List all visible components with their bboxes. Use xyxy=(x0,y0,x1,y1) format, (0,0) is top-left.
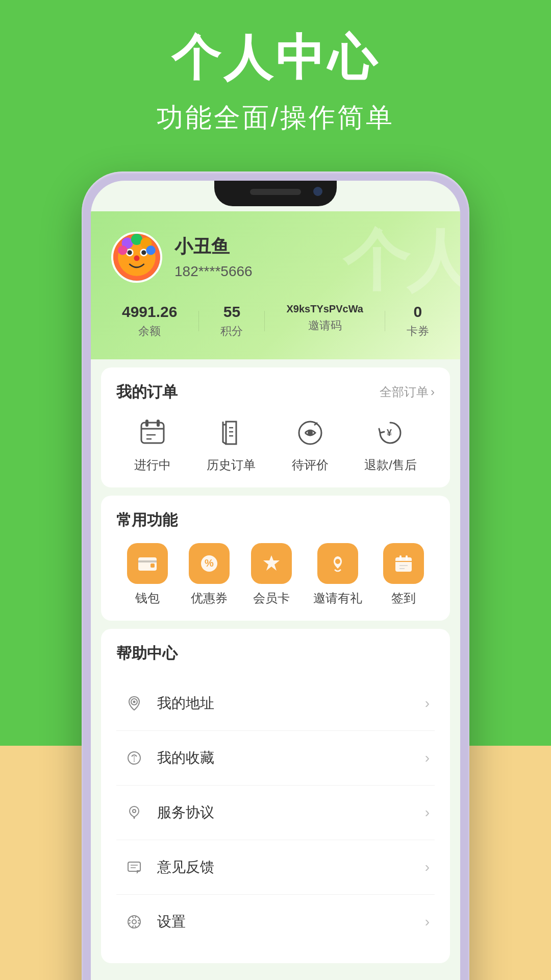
profile-name: 小丑鱼 xyxy=(174,234,253,259)
orders-title: 我的订单 xyxy=(116,382,178,403)
phone-notch xyxy=(214,181,337,206)
footer-info: 微掌云外卖平台管理系统 v1.20.5 技术支持：优越科技 xyxy=(91,971,460,980)
profile-info: 小丑鱼 182****5666 xyxy=(174,234,253,280)
avatar-image xyxy=(113,234,160,281)
func-wallet-label: 钱包 xyxy=(135,590,160,606)
stat-divider-2 xyxy=(264,311,265,331)
order-inprogress-icon xyxy=(135,415,170,451)
svg-point-11 xyxy=(146,246,155,255)
stat-points[interactable]: 55 积分 xyxy=(220,303,243,339)
signin-icon xyxy=(383,543,424,584)
svg-rect-41 xyxy=(128,862,140,871)
svg-point-44 xyxy=(128,916,140,928)
phone-mockup: 个人 xyxy=(82,172,469,980)
wallet-icon xyxy=(127,543,168,584)
order-review-icon xyxy=(292,415,328,451)
stat-invite-code[interactable]: X9ksTYsPVcWa 邀请码 xyxy=(286,303,363,339)
svg-rect-25 xyxy=(138,560,157,562)
notch-speaker xyxy=(250,189,301,195)
membercard-icon xyxy=(251,543,292,584)
order-item-refund[interactable]: ¥ 退款/售后 xyxy=(364,415,417,473)
stat-balance-label: 余额 xyxy=(138,324,161,339)
func-item-signin[interactable]: 签到 xyxy=(383,543,424,606)
func-coupon-label: 优惠券 xyxy=(191,590,228,606)
svg-point-22 xyxy=(308,430,313,435)
notch-camera xyxy=(313,187,322,196)
svg-point-29 xyxy=(335,559,340,564)
svg-point-38 xyxy=(128,752,140,764)
help-item-service[interactable]: 服务协议 › xyxy=(116,786,435,840)
functions-section: 常用功能 钱包 xyxy=(101,496,450,621)
page-header: 个人中心 功能全面/操作简单 xyxy=(0,0,551,156)
stat-divider-1 xyxy=(198,311,199,331)
svg-rect-33 xyxy=(406,555,408,560)
help-favorites-text: 我的收藏 xyxy=(157,748,425,768)
svg-rect-12 xyxy=(141,423,164,443)
help-item-favorites[interactable]: 我的收藏 › xyxy=(116,731,435,786)
help-feedback-text: 意见反馈 xyxy=(157,857,425,877)
svg-point-10 xyxy=(118,246,127,255)
stats-row: 4991.26 余额 55 积分 X9ksTYsPVcWa 邀请码 xyxy=(111,298,440,344)
invite-icon xyxy=(317,543,358,584)
func-item-wallet[interactable]: 钱包 xyxy=(127,543,168,606)
help-section: 帮助中心 我的地址 › xyxy=(101,629,450,963)
help-item-settings[interactable]: 设置 › xyxy=(116,895,435,949)
help-title-row: 帮助中心 xyxy=(116,643,435,664)
stat-invite-label: 邀请码 xyxy=(308,318,342,333)
order-item-history[interactable]: 历史订单 xyxy=(207,415,256,473)
orders-more[interactable]: 全部订单 › xyxy=(380,384,435,400)
profile-row: 小丑鱼 182****5666 xyxy=(111,232,440,283)
svg-rect-32 xyxy=(399,555,402,560)
order-refund-icon: ¥ xyxy=(372,415,408,451)
svg-rect-14 xyxy=(145,420,148,427)
stat-invite-value: X9ksTYsPVcWa xyxy=(286,303,363,315)
functions-title-row: 常用功能 xyxy=(116,510,435,531)
stat-coupons-label: 卡券 xyxy=(407,324,429,339)
order-inprogress-label: 进行中 xyxy=(134,457,171,473)
stat-divider-3 xyxy=(385,311,385,331)
help-item-feedback[interactable]: 意见反馈 › xyxy=(116,840,435,895)
settings-icon xyxy=(121,909,147,935)
profile-phone: 182****5666 xyxy=(174,263,253,280)
stat-coupons-value: 0 xyxy=(414,303,422,321)
feedback-chevron-icon: › xyxy=(425,859,430,875)
func-signin-label: 签到 xyxy=(391,590,416,606)
address-icon xyxy=(121,691,147,716)
order-review-label: 待评价 xyxy=(292,457,329,473)
help-address-text: 我的地址 xyxy=(157,694,425,713)
order-history-label: 历史订单 xyxy=(207,457,256,473)
favorites-chevron-icon: › xyxy=(425,750,430,766)
stat-balance-value: 4991.26 xyxy=(122,303,177,321)
page-subtitle: 功能全面/操作简单 xyxy=(0,100,551,136)
help-service-text: 服务协议 xyxy=(157,803,425,822)
stat-coupons[interactable]: 0 卡券 xyxy=(407,303,429,339)
help-title: 帮助中心 xyxy=(116,643,178,664)
stat-balance[interactable]: 4991.26 余额 xyxy=(122,303,177,339)
svg-point-37 xyxy=(133,700,136,703)
svg-point-6 xyxy=(134,255,139,261)
func-item-invite[interactable]: 邀请有礼 xyxy=(313,543,362,606)
func-icons-row: 钱包 % 优惠券 xyxy=(116,543,435,606)
svg-rect-15 xyxy=(157,420,160,427)
settings-chevron-icon: › xyxy=(425,914,430,930)
phone-screen: 个人 xyxy=(91,181,460,980)
coupon-icon: % xyxy=(189,543,230,584)
help-item-address[interactable]: 我的地址 › xyxy=(116,676,435,731)
svg-text:%: % xyxy=(205,557,214,569)
svg-rect-26 xyxy=(151,564,155,568)
func-item-coupon[interactable]: % 优惠券 xyxy=(189,543,230,606)
order-item-inprogress[interactable]: 进行中 xyxy=(134,415,171,473)
help-settings-text: 设置 xyxy=(157,912,425,932)
service-icon xyxy=(121,800,147,825)
stat-points-label: 积分 xyxy=(220,324,243,339)
svg-point-5 xyxy=(141,250,146,255)
svg-point-45 xyxy=(132,920,136,924)
order-refund-label: 退款/售后 xyxy=(364,457,417,473)
func-item-member[interactable]: 会员卡 xyxy=(251,543,292,606)
orders-section: 我的订单 全部订单 › xyxy=(101,368,450,487)
order-item-review[interactable]: 待评价 xyxy=(292,415,329,473)
svg-text:¥: ¥ xyxy=(387,428,392,438)
functions-title: 常用功能 xyxy=(116,510,178,531)
address-chevron-icon: › xyxy=(425,695,430,712)
svg-rect-30 xyxy=(395,557,412,572)
